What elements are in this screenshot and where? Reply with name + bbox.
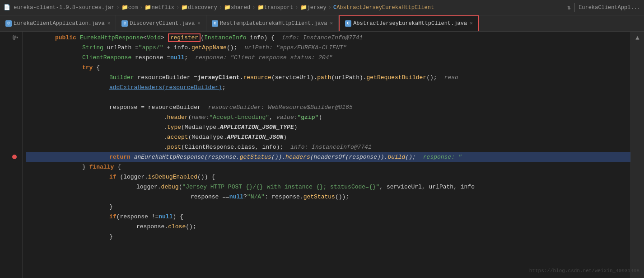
- tab-label-3: RestTemplateEurekaHttpClient.java: [220, 20, 327, 27]
- line-gutter: @ ▾: [0, 32, 23, 278]
- gutter-line-13-breakpoint[interactable]: [0, 152, 19, 162]
- kw-finally: finally: [89, 164, 114, 170]
- gutter-line-4: [0, 62, 19, 72]
- tab-close-1[interactable]: ×: [107, 21, 111, 26]
- breadcrumb-folder-icon-4: 📁: [224, 4, 231, 11]
- gutter-line-12: [0, 142, 19, 152]
- code-line-15: if (logger. isDebugEnabled ()) {: [26, 172, 630, 182]
- code-area: public EurekaHttpResponse < Void > regis…: [23, 32, 630, 278]
- breadcrumb-bar: 📄 eureka-client-1.9.8-sources.jar › 📁 co…: [0, 0, 644, 15]
- gutter-line-20: [0, 221, 19, 231]
- tab-close-4[interactable]: ×: [470, 21, 473, 26]
- gutter-line-11: [0, 132, 19, 142]
- inline-comment-5: reso: [444, 74, 458, 81]
- add-extra-headers-call: addExtraHeaders(resourceBuilder): [109, 84, 222, 91]
- tab-close-3[interactable]: ×: [330, 21, 333, 26]
- editor: @ ▾ public EurekaHttpRes: [0, 32, 644, 278]
- gutter-line-7: [0, 92, 19, 102]
- breakpoint-indicator: [12, 155, 17, 159]
- tab-c-icon-1: C: [5, 20, 12, 27]
- tab-eureka-client-app[interactable]: C EurekaClientApplication.java ×: [0, 15, 116, 32]
- code-line-9: . header ( name: "Accept-Encoding" , val…: [26, 112, 630, 122]
- inline-comment-2: urlPath: "apps/EUREKA-CLIENT": [244, 44, 346, 51]
- code-line-4: try {: [26, 62, 630, 72]
- code-line-21: }: [26, 231, 630, 241]
- tab-c-icon-2: C: [121, 20, 128, 27]
- code-line-14: } finally {: [26, 162, 630, 172]
- gutter-line-3: [0, 52, 19, 62]
- gutter-line-8: [0, 102, 19, 112]
- gutter-line-9: [0, 112, 19, 122]
- gutter-line-2: [0, 42, 19, 52]
- code-line-12: . post (ClientResponse.class, info); inf…: [26, 142, 630, 152]
- gutter-line-19: [0, 212, 19, 221]
- code-line-5: Builder resourceBuilder = jerseyClient. …: [26, 72, 630, 82]
- gutter-line-10: [0, 122, 19, 132]
- tab-bar: C EurekaClientApplication.java × C Disco…: [0, 15, 644, 32]
- tab-abstract-jersey[interactable]: C AbstractJerseyEurekaHttpClient.java ×: [339, 15, 479, 32]
- code-line-13-return: return anEurekaHttpResponse(response. ge…: [26, 152, 630, 162]
- inline-comment-12: info: InstanceInfo@7741: [290, 144, 371, 151]
- code-line-8: response = resourceBuilder resourceBuild…: [26, 102, 630, 112]
- code-line-16: logger. debug ( "Jersey HTTP POST {}/{} …: [26, 182, 630, 192]
- gutter-line-14: [0, 162, 19, 172]
- code-line-10: . type (MediaType. APPLICATION_JSON_TYPE…: [26, 122, 630, 132]
- code-line-11: . accept (MediaType. APPLICATION_JSON ): [26, 132, 630, 142]
- code-line-7: [26, 92, 630, 102]
- inline-comment-3: response: "Client response status: 204": [195, 54, 332, 61]
- watermark: https://blog.csdn.net/weixin_40931408: [529, 268, 639, 273]
- tab-label-4: AbstractJerseyEurekaHttpClient.java: [353, 20, 467, 27]
- breadcrumb-folder-icon-1: 📁: [121, 4, 128, 11]
- code-line-6: addExtraHeaders(resourceBuilder) ;: [26, 82, 630, 92]
- sort-icon[interactable]: ⇅: [567, 4, 571, 11]
- gutter-line-21: [0, 231, 19, 241]
- tab-close-2[interactable]: ×: [197, 21, 201, 26]
- code-line-20: response. close ();: [26, 221, 630, 231]
- breadcrumb-folder-icon-2: 📁: [145, 4, 151, 11]
- breadcrumb-jar: 📄 eureka-client-1.9.8-sources.jar: [4, 4, 114, 11]
- gutter-line-6: [0, 82, 19, 92]
- tab-label-2: DiscoveryClient.java: [130, 20, 195, 27]
- code-line-3: ClientResponse response = null ; respons…: [26, 52, 630, 62]
- inline-comment-8: resourceBuilder: WebResource$Builder@816…: [208, 104, 353, 111]
- tab-rest-template[interactable]: C RestTemplateEurekaHttpClient.java ×: [206, 15, 339, 32]
- right-panel: ▲: [630, 32, 644, 278]
- tab-c-icon-3: C: [212, 20, 218, 27]
- tab-label-1: EurekaClientApplication.java: [14, 20, 105, 27]
- method-register-highlighted: register: [168, 33, 201, 42]
- inline-comment-13: response: ": [423, 154, 462, 160]
- code-line-1: public EurekaHttpResponse < Void > regis…: [26, 33, 630, 42]
- code-line-19: if (response != null ) {: [26, 212, 630, 221]
- app-name-label: EurekaClientAppl...: [579, 5, 640, 11]
- breadcrumb-folder-icon-6: 📁: [300, 4, 307, 11]
- inline-comment-1: info: InstanceInfo@7741: [282, 34, 363, 41]
- scroll-up-icon[interactable]: ▲: [633, 33, 642, 42]
- tab-discovery-client[interactable]: C DiscoveryClient.java ×: [116, 15, 206, 32]
- gutter-line-1: @ ▾: [0, 33, 19, 42]
- gutter-line-17: [0, 192, 19, 202]
- gutter-line-16: [0, 182, 19, 192]
- breadcrumb-folder-icon-3: 📁: [181, 4, 188, 11]
- breadcrumb-class-icon: C: [333, 5, 336, 11]
- code-line-18: }: [26, 202, 630, 212]
- gutter-line-18: [0, 202, 19, 212]
- code-line-2: String urlPath = "apps/" + info. getAppN…: [26, 42, 630, 52]
- breadcrumb-folder-icon-5: 📁: [257, 4, 264, 11]
- gutter-line-15: [0, 172, 19, 182]
- tab-c-icon-4: C: [345, 20, 351, 27]
- gutter-line-5: [0, 72, 19, 82]
- type-eureka-http-response: EurekaHttpResponse: [80, 34, 143, 41]
- kw-public: public: [55, 34, 76, 41]
- code-line-17: response == null ? "N/A" : response. get…: [26, 192, 630, 202]
